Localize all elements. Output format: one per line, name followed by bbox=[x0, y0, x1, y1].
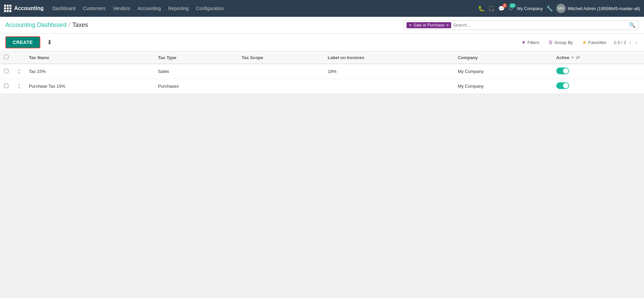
taxes-table: Tax Name Tax Type Tax Scope Label on Inv… bbox=[0, 51, 644, 94]
main-content: Tax Name Tax Type Tax Scope Label on Inv… bbox=[0, 51, 644, 94]
groupby-label: Group By bbox=[554, 40, 573, 45]
pager-next[interactable]: › bbox=[634, 39, 639, 46]
topnav-right: 🐛 🎧 💬 5 ⏱ 23 My Company 🔧 MA Mitchell Ad… bbox=[478, 4, 640, 13]
search-icon[interactable]: 🔍 bbox=[629, 22, 636, 28]
header-right: ▼ Sale or Purchase ✕ 🔍 bbox=[88, 20, 639, 30]
avatar: MA bbox=[556, 4, 566, 13]
filter-tag-sale-purchase: ▼ Sale or Purchase ✕ bbox=[406, 22, 451, 28]
row1-tax-name[interactable]: Tax 15% bbox=[25, 64, 154, 79]
row2-label-invoices bbox=[324, 79, 454, 94]
sort-up-icon: ▲ bbox=[17, 68, 21, 72]
download-button[interactable]: ⬇ bbox=[46, 37, 53, 47]
toolbar-right: ▼ Filters ☰ Group By ★ Favorites 1-2 / 2… bbox=[519, 38, 639, 46]
row1-sort-arrows[interactable]: ▲ ▼ bbox=[17, 68, 21, 75]
row2-sort-arrows[interactable]: ▲ ▼ bbox=[17, 83, 21, 90]
user-name: Mitchell Admin (19559645-master-all) bbox=[568, 6, 640, 11]
table-row: ▲ ▼ Tax 15% Sales 18% My Company bbox=[0, 64, 644, 79]
row1-tax-type: Sales bbox=[154, 64, 238, 79]
header-company: Company bbox=[454, 51, 552, 64]
search-input[interactable] bbox=[453, 23, 627, 28]
nav-customers[interactable]: Customers bbox=[80, 4, 109, 13]
pager-prev[interactable]: ‹ bbox=[628, 39, 633, 46]
row1-sort-cell: ▲ ▼ bbox=[13, 64, 25, 79]
row2-checkbox[interactable] bbox=[4, 84, 8, 88]
favorites-button[interactable]: ★ Favorites bbox=[580, 38, 608, 46]
apps-icon[interactable] bbox=[4, 5, 11, 12]
row1-company: My Company bbox=[454, 64, 552, 79]
header-tax-name: Tax Name bbox=[25, 51, 154, 64]
filter-icon: ▼ bbox=[521, 40, 526, 45]
filter-tag-close-icon[interactable]: ✕ bbox=[446, 23, 449, 28]
pager: 1-2 / 2 ‹ › bbox=[614, 39, 639, 46]
header-active: Active ▼ ⇄ bbox=[552, 51, 644, 64]
chat-icon[interactable]: 💬 5 bbox=[498, 5, 505, 12]
row2-checkbox-cell bbox=[0, 79, 13, 94]
row2-company: My Company bbox=[454, 79, 552, 94]
top-navigation: Accounting Dashboard Customers Vendors A… bbox=[0, 0, 644, 17]
create-button[interactable]: CREATE bbox=[5, 36, 40, 48]
active-dropdown-icon[interactable]: ▼ bbox=[571, 55, 574, 59]
filter-tag-label: Sale or Purchase bbox=[414, 23, 444, 28]
timer-icon[interactable]: ⏱ 23 bbox=[508, 5, 514, 11]
brand-name: Accounting bbox=[14, 5, 44, 11]
header-tax-scope: Tax Scope bbox=[238, 51, 324, 64]
header-sort-col bbox=[13, 51, 25, 64]
row2-active bbox=[552, 79, 644, 94]
wrench-icon[interactable]: 🔧 bbox=[546, 5, 553, 12]
table-header-row: Tax Name Tax Type Tax Scope Label on Inv… bbox=[0, 51, 644, 64]
row2-tax-type: Purchases bbox=[154, 79, 238, 94]
timer-badge: 23 bbox=[509, 3, 516, 8]
row1-tax-scope bbox=[238, 64, 324, 79]
row1-active-toggle[interactable] bbox=[556, 68, 569, 74]
main-menu: Dashboard Customers Vendors Accounting R… bbox=[49, 4, 476, 13]
row1-label-invoices: 18% bbox=[324, 64, 454, 79]
breadcrumb: Accounting Dashboard / Taxes bbox=[5, 22, 88, 29]
select-all-checkbox[interactable] bbox=[4, 55, 8, 59]
star-icon: ★ bbox=[582, 40, 587, 45]
row2-active-toggle[interactable] bbox=[556, 82, 569, 89]
row1-checkbox[interactable] bbox=[4, 69, 8, 73]
breadcrumb-current: Taxes bbox=[72, 22, 88, 29]
header-tax-type: Tax Type bbox=[154, 51, 238, 64]
sort-down-icon: ▼ bbox=[17, 72, 21, 75]
company-name[interactable]: My Company bbox=[517, 6, 543, 11]
sort-up-icon: ▲ bbox=[17, 83, 21, 86]
filters-label: Filters bbox=[527, 40, 539, 45]
chat-badge: 5 bbox=[503, 3, 507, 8]
favorites-label: Favorites bbox=[588, 40, 606, 45]
nav-accounting[interactable]: Accounting bbox=[134, 4, 164, 13]
header-label-invoices: Label on Invoices bbox=[324, 51, 454, 64]
filters-button[interactable]: ▼ Filters bbox=[519, 39, 541, 46]
row1-active bbox=[552, 64, 644, 79]
page-body bbox=[0, 94, 644, 279]
headset-icon[interactable]: 🎧 bbox=[488, 5, 495, 12]
groupby-button[interactable]: ☰ Group By bbox=[547, 39, 575, 46]
filter-funnel-icon: ▼ bbox=[409, 23, 412, 27]
nav-dashboard[interactable]: Dashboard bbox=[49, 4, 79, 13]
table-row: ▲ ▼ Purchase Tax 15% Purchases My Compan… bbox=[0, 79, 644, 94]
pager-text: 1-2 / 2 bbox=[614, 40, 626, 45]
breadcrumb-separator: / bbox=[69, 22, 70, 29]
bug-icon[interactable]: 🐛 bbox=[478, 5, 485, 12]
user-menu[interactable]: MA Mitchell Admin (19559645-master-all) bbox=[556, 4, 640, 13]
search-bar: ▼ Sale or Purchase ✕ 🔍 bbox=[403, 20, 639, 30]
nav-vendors[interactable]: Vendors bbox=[110, 4, 133, 13]
column-settings-icon[interactable]: ⇄ bbox=[576, 55, 580, 60]
breadcrumb-parent[interactable]: Accounting Dashboard bbox=[5, 22, 67, 29]
row2-tax-scope bbox=[238, 79, 324, 94]
row2-tax-name[interactable]: Purchase Tax 15% bbox=[25, 79, 154, 94]
header-checkbox-col bbox=[0, 51, 13, 64]
sort-down-icon: ▼ bbox=[17, 86, 21, 90]
subheader: Accounting Dashboard / Taxes ▼ Sale or P… bbox=[0, 17, 644, 34]
nav-reporting[interactable]: Reporting bbox=[165, 4, 192, 13]
toolbar: CREATE ⬇ ▼ Filters ☰ Group By ★ Favorite… bbox=[0, 34, 644, 51]
download-icon: ⬇ bbox=[47, 39, 52, 46]
app-brand[interactable]: Accounting bbox=[4, 5, 44, 12]
groupby-icon: ☰ bbox=[549, 40, 553, 45]
active-header-wrap: Active ▼ ⇄ bbox=[556, 55, 640, 60]
row1-checkbox-cell bbox=[0, 64, 13, 79]
row2-sort-cell: ▲ ▼ bbox=[13, 79, 25, 94]
nav-configuration[interactable]: Configuration bbox=[193, 4, 227, 13]
